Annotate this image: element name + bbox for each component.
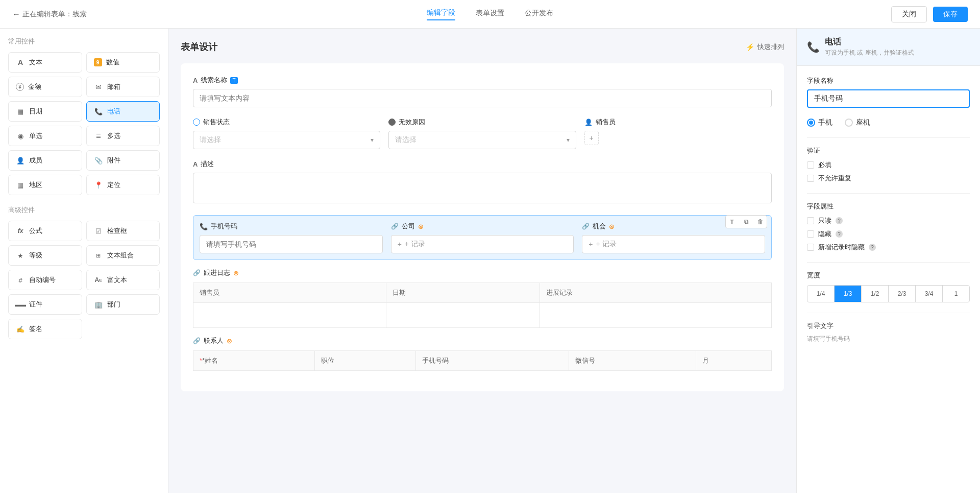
readonly-help-icon[interactable]: ? [836, 217, 843, 224]
opportunity-assoc-input[interactable]: + + 记录 [582, 235, 765, 253]
width-1-3[interactable]: 1/3 [835, 286, 862, 302]
header-left: ← 正在编辑表单：线索 [12, 10, 87, 19]
invalid-reason-label: 无效原因 [388, 118, 576, 127]
control-region[interactable]: ▦ 地区 [8, 175, 82, 195]
checkbox-required[interactable]: 必填 [807, 160, 970, 170]
multi-icon: ☰ [94, 131, 103, 140]
sales-status-select[interactable]: 请选择 ▾ [193, 131, 380, 149]
control-region-label: 地区 [29, 180, 42, 190]
salesperson-add-button[interactable]: + [584, 131, 599, 145]
header-tabs: 编辑字段 表单设置 公开发布 [427, 8, 553, 20]
name-field-row: A 线索名称 T [193, 76, 772, 107]
toolbar-copy-button[interactable]: ⧉ [740, 216, 752, 228]
control-date[interactable]: ▦ 日期 [8, 101, 82, 122]
radio-landline[interactable]: 座机 [845, 118, 870, 127]
description-label-text: 描述 [201, 159, 214, 169]
field-name-input[interactable] [807, 89, 970, 108]
company-orange-icon: ⊗ [418, 223, 424, 230]
description-textarea[interactable] [193, 173, 772, 203]
tab-form-settings[interactable]: 表单设置 [476, 9, 504, 20]
width-1-2[interactable]: 1/2 [862, 286, 889, 302]
id-card-icon: ▬▬ [16, 300, 25, 309]
form-design-title: 表单设计 [181, 41, 217, 53]
control-signature-label: 签名 [29, 324, 42, 334]
panel-phone-title: 电话 [825, 37, 914, 48]
control-multi[interactable]: ☰ 多选 [86, 126, 160, 146]
width-section: 宽度 1/4 1/3 1/2 2/3 3/4 1 [807, 271, 970, 302]
no-duplicate-checkbox[interactable] [807, 175, 814, 182]
control-location[interactable]: 📍 定位 [86, 175, 160, 195]
follow-log-table: 销售员 日期 进展记录 [193, 283, 772, 328]
quick-sort-button[interactable]: ⚡ 快速排列 [746, 42, 784, 52]
control-phone[interactable]: 📞 电话 [86, 101, 160, 122]
save-button[interactable]: 保存 [933, 7, 968, 22]
panel-divider-3 [807, 262, 970, 263]
control-checkbox[interactable]: ☑ 检查框 [86, 221, 160, 241]
checkbox-hide-on-new[interactable]: 新增记录时隐藏 ? [807, 243, 970, 252]
company-assoc-input[interactable]: + + 记录 [391, 235, 574, 253]
radio-mobile-circle [807, 119, 815, 127]
contact-label: 🔗 联系人 ⊗ [193, 336, 772, 345]
control-formula[interactable]: fx 公式 [8, 221, 82, 241]
hidden-checkbox[interactable] [807, 230, 814, 238]
hide-on-new-help-icon[interactable]: ? [869, 244, 876, 251]
toolbar-delete-button[interactable]: 🗑 [754, 216, 767, 228]
panel-phone-desc: 可设为手机 或 座机，并验证格式 [825, 49, 914, 57]
log-col-progress: 进展记录 [540, 283, 771, 303]
sales-status-chevron-icon: ▾ [371, 136, 374, 144]
table-row [193, 303, 772, 328]
back-button[interactable]: ← 正在编辑表单：线索 [12, 10, 87, 19]
phone-input[interactable] [200, 235, 383, 253]
control-email[interactable]: ✉ 邮箱 [86, 77, 160, 97]
control-department[interactable]: 🏢 部门 [86, 294, 160, 315]
width-2-3[interactable]: 2/3 [889, 286, 916, 302]
radio-mobile[interactable]: 手机 [807, 118, 832, 127]
tab-publish[interactable]: 公开发布 [525, 9, 553, 20]
description-field-label: A 描述 [193, 159, 772, 169]
name-field-label: A 线索名称 T [193, 76, 772, 85]
salesperson-icon: 👤 [584, 119, 593, 126]
width-1[interactable]: 1 [943, 286, 969, 302]
radio-mobile-label: 手机 [818, 118, 832, 127]
member-icon: 👤 [16, 156, 25, 165]
control-single[interactable]: ◉ 单选 [8, 126, 82, 146]
invalid-reason-select[interactable]: 请选择 ▾ [388, 131, 576, 149]
width-3-4[interactable]: 3/4 [916, 286, 943, 302]
log-col-salesperson: 销售员 [193, 283, 386, 303]
close-button[interactable]: 关闭 [891, 6, 927, 22]
control-id-card[interactable]: ▬▬ 证件 [8, 294, 82, 315]
control-attachment[interactable]: 📎 附件 [86, 150, 160, 171]
control-rating[interactable]: ★ 等级 [8, 245, 82, 266]
checkbox-hidden[interactable]: 隐藏 ? [807, 229, 970, 239]
no-duplicate-label: 不允许重复 [818, 174, 851, 183]
control-member[interactable]: 👤 成员 [8, 150, 82, 171]
required-checkbox[interactable] [807, 161, 814, 169]
control-member-label: 成员 [29, 156, 42, 165]
control-amount[interactable]: ¥ 金额 [8, 77, 82, 97]
control-rich-text[interactable]: AE 富文本 [86, 270, 160, 290]
checkbox-no-duplicate[interactable]: 不允许重复 [807, 174, 970, 183]
contact-section: 🔗 联系人 ⊗ **姓名 职位 手机号码 微信号 月 [193, 336, 772, 371]
control-number[interactable]: 9 数值 [86, 52, 160, 73]
hide-on-new-checkbox[interactable] [807, 244, 814, 251]
width-1-4[interactable]: 1/4 [807, 286, 835, 302]
panel-phone-icon: 📞 [807, 41, 820, 53]
control-formula-label: 公式 [29, 226, 42, 236]
follow-log-label: 🔗 跟进日志 ⊗ [193, 268, 772, 277]
control-auto-num[interactable]: # 自动编号 [8, 270, 82, 290]
advanced-controls-grid: fx 公式 ☑ 检查框 ★ 等级 ⊞ 文本组合 # 自动编号 [8, 221, 160, 339]
name-tag: T [230, 77, 237, 84]
checkbox-readonly[interactable]: 只读 ? [807, 216, 970, 225]
tab-edit-fields[interactable]: 编辑字段 [427, 8, 455, 20]
salesperson-field: 👤 销售员 + [584, 118, 772, 145]
rich-text-icon: AE [94, 275, 103, 285]
three-col-row: 销售状态 请选择 ▾ 无效原因 请选择 ▾ [193, 118, 772, 149]
hidden-help-icon[interactable]: ? [836, 230, 843, 238]
toolbar-t-button[interactable]: T [726, 216, 738, 228]
readonly-checkbox[interactable] [807, 217, 814, 224]
control-text[interactable]: A 文本 [8, 52, 82, 73]
contact-table: **姓名 职位 手机号码 微信号 月 [193, 350, 772, 371]
name-input[interactable] [193, 89, 772, 107]
control-signature[interactable]: ✍ 签名 [8, 319, 82, 339]
control-text-combo[interactable]: ⊞ 文本组合 [86, 245, 160, 266]
